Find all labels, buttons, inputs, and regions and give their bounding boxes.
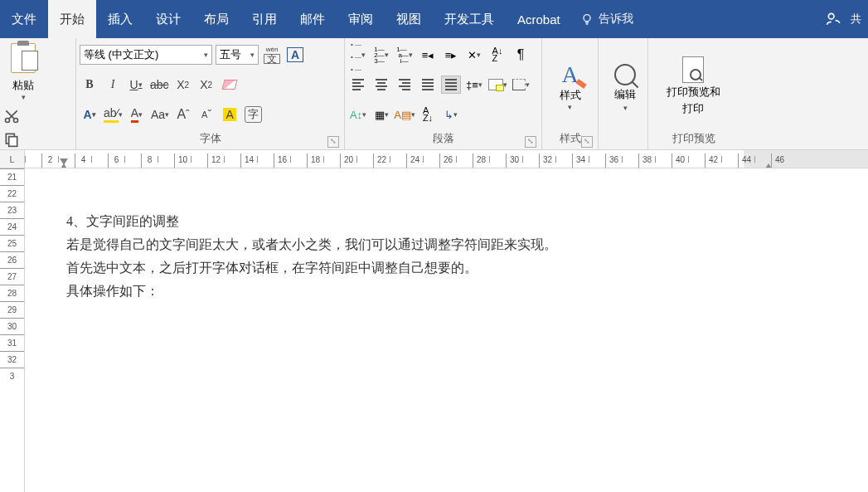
snap-grid-button[interactable]: ▦▾ <box>371 105 391 124</box>
align-right-button[interactable] <box>395 76 415 94</box>
print-label-2: 打印 <box>682 101 704 116</box>
paragraph-launcher-icon[interactable]: ⤡ <box>525 136 536 148</box>
change-case-button[interactable]: Aa▾ <box>150 105 170 124</box>
clipboard-icon <box>11 43 36 73</box>
font-family-value: 等线 (中文正文) <box>84 47 158 62</box>
sort-button[interactable]: A↓Z <box>487 46 507 64</box>
char-border-button[interactable]: A <box>285 45 305 65</box>
styles-button[interactable]: A 样式 ▾ <box>560 61 581 111</box>
grow-font-button[interactable]: Aˆ <box>173 105 193 124</box>
tab-layout[interactable]: 布局 <box>192 0 240 38</box>
numbering-button[interactable]: 1—2—3—▾ <box>371 46 391 64</box>
bold-button[interactable]: B <box>80 75 99 95</box>
editing-group-label <box>602 132 644 149</box>
paste-dropdown-icon[interactable]: ▾ <box>22 93 26 101</box>
doc-para-1: 4、文字间距的调整 <box>66 210 868 233</box>
enclose-char-button[interactable]: A <box>220 105 240 124</box>
ribbon-tabs: 文件 开始 插入 设计 布局 引用 邮件 审阅 视图 开发工具 Acrobat … <box>0 0 868 38</box>
font-size-select[interactable]: 五号▾ <box>216 45 259 65</box>
editing-label: 编辑 <box>614 87 636 102</box>
underline-button[interactable]: U▾ <box>126 75 146 95</box>
cut-icon[interactable] <box>3 108 20 124</box>
vertical-ruler[interactable]: 2122232425262728293031323 <box>0 168 25 492</box>
superscript-button[interactable]: X2 <box>196 75 216 95</box>
align-center-button[interactable] <box>371 76 391 94</box>
tab-acrobat[interactable]: Acrobat <box>506 0 572 38</box>
tab-dev[interactable]: 开发工具 <box>433 0 506 38</box>
svg-point-1 <box>828 13 834 19</box>
right-indent-marker[interactable] <box>764 162 773 168</box>
print-preview-icon <box>682 56 704 83</box>
paste-button[interactable]: 粘贴 ▾ <box>3 40 43 101</box>
increase-indent-button[interactable]: ≡▸ <box>441 46 461 64</box>
shrink-font-button[interactable]: Aˇ <box>196 105 216 124</box>
styles-launcher-icon[interactable]: ⤡ <box>581 136 593 148</box>
doc-para-4: 具体操作如下： <box>66 280 868 303</box>
tell-me-search[interactable]: 告诉我 <box>572 0 642 38</box>
char-scale-button[interactable]: A▤▾ <box>395 105 415 124</box>
strikethrough-button[interactable]: abc <box>149 75 170 95</box>
doc-para-2: 若是觉得自己的文字间距太大，或者太小之类，我们可以通过调整字符间距来实现。 <box>66 233 868 256</box>
tab-design[interactable]: 设计 <box>144 0 192 38</box>
lightbulb-icon <box>580 12 594 26</box>
char-shading-button[interactable]: 字 <box>243 105 263 124</box>
styles-label: 样式 <box>560 88 581 103</box>
font-group-label: 字体 ⤡ <box>80 129 341 149</box>
styles-group-label: 样式 ⤡ <box>546 129 594 149</box>
editing-button[interactable]: 编辑 ▾ <box>602 61 648 112</box>
horizontal-ruler[interactable]: 2468101214161820222426283032343638404244… <box>25 150 868 168</box>
sort-az-button[interactable]: AZ↓ <box>418 105 438 124</box>
asian-layout-button[interactable]: ✕▾ <box>464 46 484 64</box>
doc-para-3: 首先选中文本，之后打开字体对话框，在字符间距中调整自己想要的。 <box>66 256 868 280</box>
find-icon <box>614 64 636 85</box>
line-spacing-button[interactable]: ‡≡▾ <box>464 76 484 94</box>
print-group-label: 打印预览 <box>652 129 736 149</box>
hanging-indent-marker[interactable] <box>60 162 68 168</box>
paste-label: 粘贴 <box>12 78 34 93</box>
tab-references[interactable]: 引用 <box>240 0 289 38</box>
document-page[interactable]: 4、文字间距的调整 若是觉得自己的文字间距太大，或者太小之类，我们可以通过调整字… <box>25 168 868 492</box>
multilevel-list-button[interactable]: 1— a— i—▾ <box>395 46 415 64</box>
show-marks-button[interactable]: ¶ <box>511 46 531 64</box>
tab-home[interactable]: 开始 <box>48 0 96 38</box>
subscript-button[interactable]: X2 <box>173 75 193 95</box>
ribbon: 粘贴 ▾ 剪贴板 ⤡ 等线 (中文正文)▾ <box>0 38 868 150</box>
shading-button[interactable]: ▾ <box>487 76 507 94</box>
tab-view[interactable]: 视图 <box>385 0 433 38</box>
align-left-button[interactable] <box>348 76 368 94</box>
highlight-button[interactable]: ab⁄▾ <box>103 105 124 124</box>
tab-review[interactable]: 审阅 <box>337 0 385 38</box>
copy-icon[interactable] <box>3 131 20 148</box>
share-icon[interactable] <box>826 11 842 27</box>
align-distributed-button[interactable] <box>441 76 461 94</box>
font-family-select[interactable]: 等线 (中文正文)▾ <box>80 45 212 65</box>
share-label: 共 <box>851 12 861 27</box>
workspace: L 24681012141618202224262830323436384042… <box>0 150 868 492</box>
font-launcher-icon[interactable]: ⤡ <box>327 136 339 148</box>
phonetic-guide-button[interactable]: wén 文 <box>262 45 282 65</box>
ruler-corner[interactable]: L <box>0 150 25 168</box>
tell-me-label: 告诉我 <box>599 12 633 27</box>
tab-file[interactable]: 文件 <box>0 0 48 38</box>
print-preview-button[interactable]: 打印预览和 打印 <box>652 53 735 116</box>
align-justify-button[interactable] <box>418 76 438 94</box>
select-objects-button[interactable]: ↳▾ <box>441 105 461 124</box>
italic-button[interactable]: I <box>103 75 123 95</box>
text-direction-button[interactable]: A↕▾ <box>348 105 368 124</box>
tab-mail[interactable]: 邮件 <box>289 0 337 38</box>
svg-point-0 <box>584 15 590 22</box>
svg-rect-5 <box>9 137 17 147</box>
paragraph-group-label: 段落 ⤡ <box>348 129 538 149</box>
borders-button[interactable]: ▾ <box>511 76 531 94</box>
styles-icon: A <box>560 61 581 88</box>
decrease-indent-button[interactable]: ≡◂ <box>418 46 438 64</box>
print-label-1: 打印预览和 <box>667 85 720 100</box>
bullets-button[interactable]: ▾ <box>348 46 368 64</box>
tab-insert[interactable]: 插入 <box>96 0 144 38</box>
font-size-value: 五号 <box>220 47 241 62</box>
font-color-button[interactable]: A▾ <box>127 105 147 124</box>
clear-format-button[interactable] <box>220 75 240 95</box>
text-effects-button[interactable]: A▾ <box>80 105 99 124</box>
